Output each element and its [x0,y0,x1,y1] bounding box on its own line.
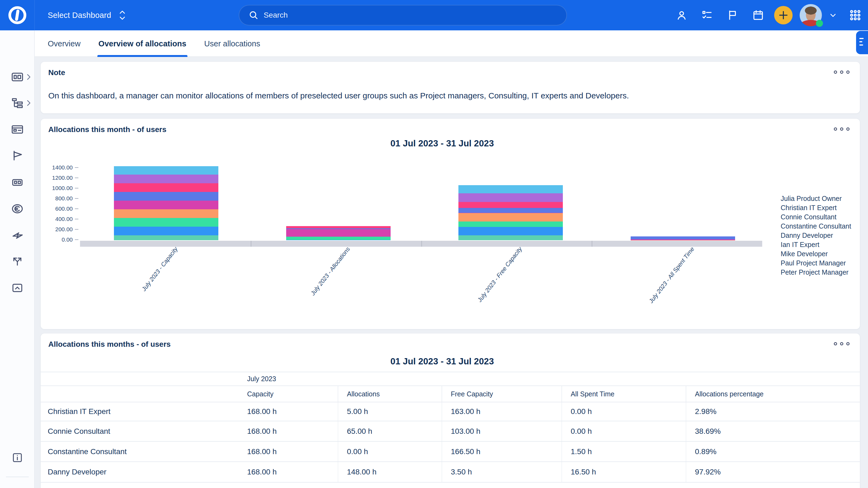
chevron-right-icon [27,100,31,106]
bar-segment[interactable] [286,229,391,237]
stacked-bar-2[interactable] [286,226,391,240]
bar-segment[interactable] [286,226,391,228]
sidebar-item-archive[interactable] [0,275,35,300]
legend-item[interactable]: Constantine Consultant [781,222,859,231]
stacked-bar-1[interactable] [114,166,218,240]
bar-segment[interactable] [631,236,735,239]
stacked-bar-3[interactable] [458,185,563,240]
value-cell: 16.50 h [561,462,686,482]
bar-segment[interactable] [114,166,218,175]
user-name-cell: Constantine Consultant [41,442,239,461]
bar-segment[interactable] [114,235,218,240]
bar-segment[interactable] [458,202,563,208]
calendar-icon[interactable] [745,0,771,30]
table-row[interactable]: Constantine Consultant168.00 h0.00 h166.… [41,441,860,461]
chart-x-axis-band [80,241,762,247]
checklist-icon[interactable] [694,0,720,30]
legend-item[interactable]: Connie Consultant [781,212,859,222]
dashboard-tab-bar: OverviewOverview of allocationsUser allo… [35,30,868,57]
table-month-group-row: July 2023 [41,372,860,386]
sidebar-item-project-tree[interactable] [0,91,35,116]
bar-segment[interactable] [286,240,391,240]
user-icon[interactable] [669,0,694,30]
value-cell: 103.00 h [442,421,561,441]
y-tick-label: 1000.00 [41,185,73,191]
legend-item[interactable]: Christian IT Expert [781,203,859,212]
bar-segment[interactable] [458,213,563,222]
bar-segment[interactable] [286,237,391,240]
dashboard-selector[interactable]: Select Dashboard [48,10,126,21]
sidebar-item-dashboards[interactable] [0,65,35,90]
value-cell: 168.00 h [239,462,338,482]
bar-segment[interactable] [114,209,218,218]
sidebar-item-quick-actions[interactable] [0,222,35,247]
bar-segment[interactable] [114,201,218,209]
bar-segment[interactable] [458,222,563,227]
avatar-chevron-down-icon[interactable] [824,0,842,30]
tab-user-allocations[interactable]: User allocations [203,30,261,57]
legend-item[interactable]: Peter Project Manager [781,268,859,277]
value-cell: 0.00 h [561,421,686,441]
add-plus-button[interactable] [774,6,793,24]
bar-segment[interactable] [458,227,563,235]
value-cell: 0.00 h [561,402,686,421]
table-card-title: Allocations this months - of users [48,340,170,349]
column-header: Free Capacity [442,386,561,402]
user-name-cell: Christian IT Expert [41,402,239,421]
bar-segment[interactable] [458,208,563,213]
easy-project-logo-icon [8,6,26,24]
note-menu-icon[interactable] [832,69,851,75]
chevron-updown-icon [118,10,126,21]
column-header: Allocations [338,386,442,402]
table-card-menu-icon[interactable] [832,340,851,347]
bar-segment[interactable] [114,218,218,227]
y-tick-mark [75,167,79,168]
online-status-dot [816,20,823,27]
tab-overview-of-allocations[interactable]: Overview of allocations [97,30,187,57]
tab-overview[interactable]: Overview [46,30,82,57]
allocations-table: July 2023CapacityAllocationsFree Capacit… [41,372,860,488]
search-input[interactable]: Search [239,5,567,26]
apps-grid-icon[interactable] [842,0,868,30]
right-edge-filter-button[interactable] [856,31,868,54]
sidebar-item-pages[interactable] [0,117,35,142]
bar-segment[interactable] [114,174,218,183]
legend-item[interactable]: Paul Project Manager [781,258,859,268]
sidebar-divider [6,477,29,477]
y-tick-label: 1400.00 [41,164,73,171]
table-row[interactable]: Christian IT Expert168.00 h5.00 h163.00 … [41,402,860,421]
value-cell: 0.89% [686,442,860,461]
legend-item[interactable]: Julia Product Owner [781,194,859,203]
y-tick-mark [75,198,79,199]
user-avatar[interactable] [800,4,822,26]
stacked-bar-4[interactable] [631,236,735,240]
bar-segment[interactable] [114,183,218,192]
sidebar-expand-button[interactable] [0,481,35,488]
bar-segment[interactable] [458,235,563,240]
legend-item[interactable]: Danny Developer [781,231,859,240]
y-tick-label: 0.00 [41,236,73,243]
bar-segment[interactable] [458,193,563,202]
bar-segment[interactable] [458,185,563,193]
bar-segment[interactable] [114,227,218,235]
bar-segment[interactable] [114,192,218,201]
y-tick-mark [75,208,79,209]
legend-item[interactable]: Ian IT Expert [781,240,859,249]
sidebar-item-info[interactable] [0,445,35,470]
value-cell: 2.98% [686,402,860,421]
sidebar-item-money[interactable] [0,196,35,221]
flag-icon[interactable] [720,0,745,30]
chart-card-menu-icon[interactable] [832,126,851,132]
value-cell: 1.50 h [561,442,686,461]
sidebar-item-milestones[interactable] [0,143,35,168]
sidebar-item-panels[interactable] [0,170,35,195]
x-axis-label: July 2023 - Free Capacity [476,246,524,304]
value-cell: 3.50 h [442,462,561,482]
table-row[interactable]: Danny Developer168.00 h148.00 h3.50 h16.… [41,461,860,482]
table-row-partial [41,482,860,488]
y-tick-label: 800.00 [41,195,73,202]
app-logo[interactable] [0,0,35,30]
sidebar-item-workflow[interactable] [0,249,35,274]
table-row[interactable]: Connie Consultant168.00 h65.00 h103.00 h… [41,421,860,441]
legend-item[interactable]: Mike Developer [781,249,859,258]
